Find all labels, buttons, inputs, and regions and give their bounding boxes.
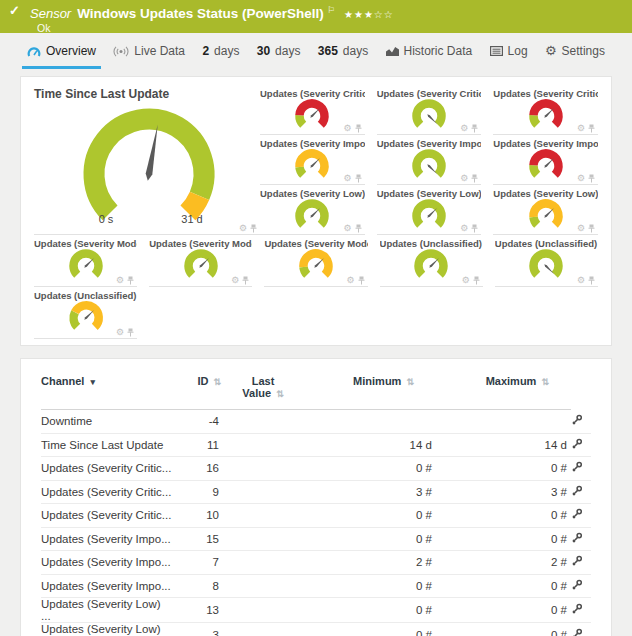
channel-settings-icon[interactable] bbox=[571, 532, 583, 544]
gear-icon[interactable]: ⚙ bbox=[231, 276, 239, 285]
pin-icon[interactable] bbox=[242, 275, 249, 285]
channel-last-value-cell bbox=[225, 457, 301, 481]
pin-icon[interactable] bbox=[358, 275, 365, 285]
channel-last-value-cell bbox=[225, 598, 301, 623]
column-header-last[interactable]: LastValue ⇅ bbox=[225, 369, 301, 410]
channel-settings-icon[interactable] bbox=[571, 485, 583, 497]
channel-gauge-cell[interactable]: Updates (Severity Moderate) I... ⚙ bbox=[149, 235, 252, 287]
channel-name-cell[interactable]: Updates (Severity Impo... bbox=[41, 527, 173, 551]
gauge-hover-tools: ⚙ bbox=[116, 275, 134, 285]
channel-gauge-cell[interactable]: Updates (Severity Moderate) ... ⚙ bbox=[34, 235, 137, 287]
priority-flag-icon[interactable]: ⚐ bbox=[327, 5, 335, 15]
channel-name-cell[interactable]: Updates (Severity Critic... bbox=[41, 504, 173, 528]
pin-icon[interactable] bbox=[355, 123, 362, 133]
channel-gauge-cell[interactable]: Updates (Unclassified) Missing ⚙ bbox=[34, 287, 137, 339]
channel-settings-icon[interactable] bbox=[571, 438, 583, 450]
tab-live-data[interactable]: Live Data bbox=[108, 36, 190, 69]
channel-row: Updates (Severity Low) ... 13 0 # 0 # bbox=[41, 598, 591, 623]
channel-minimum-cell: 0 # bbox=[301, 527, 436, 551]
gear-icon[interactable]: ⚙ bbox=[116, 328, 124, 337]
gear-icon[interactable]: ⚙ bbox=[577, 174, 585, 183]
channel-row: Updates (Severity Impo... 8 0 # 0 # bbox=[41, 574, 591, 598]
tab-settings[interactable]: ⚙ Settings bbox=[540, 36, 610, 69]
pin-icon[interactable] bbox=[473, 275, 480, 285]
channel-maximum-cell: 14 d bbox=[436, 433, 571, 457]
channel-gauge-cell[interactable]: Updates (Unclassified) Install... ⚙ bbox=[495, 235, 598, 287]
channel-name-cell[interactable]: Updates (Severity Low) ... bbox=[41, 623, 173, 636]
channel-settings-icon[interactable] bbox=[571, 628, 583, 636]
channel-gauge-cell[interactable]: Updates (Severity Low) Install... ⚙ bbox=[377, 185, 482, 235]
channel-gauge-cell[interactable]: Updates (Severity Important) ... ⚙ bbox=[377, 135, 482, 185]
tab-365-days[interactable]: 365 days bbox=[313, 36, 373, 69]
channel-tools-cell bbox=[571, 551, 591, 575]
gear-icon[interactable]: ⚙ bbox=[460, 174, 468, 183]
channel-gauge-cell[interactable]: Updates (Severity Moderate) ... ⚙ bbox=[264, 235, 367, 287]
channel-settings-icon[interactable] bbox=[571, 414, 583, 426]
tab-icon bbox=[386, 46, 399, 56]
channel-gauge-cell[interactable]: Updates (Unclassified) Hidden ⚙ bbox=[380, 235, 483, 287]
channel-name-cell[interactable]: Updates (Severity Impo... bbox=[41, 574, 173, 598]
tab-overview[interactable]: Overview bbox=[22, 36, 101, 69]
channel-settings-icon[interactable] bbox=[571, 461, 583, 473]
channel-settings-icon[interactable] bbox=[571, 555, 583, 567]
pin-icon[interactable] bbox=[471, 123, 478, 133]
pin-icon[interactable] bbox=[471, 223, 478, 233]
channel-gauge-cell[interactable]: Updates (Severity Low) Missi... ⚙ bbox=[493, 185, 598, 235]
gear-icon[interactable]: ⚙ bbox=[344, 124, 352, 133]
pin-icon[interactable] bbox=[588, 123, 595, 133]
tab-historic-data[interactable]: Historic Data bbox=[381, 36, 478, 69]
channel-id-cell: -4 bbox=[173, 410, 225, 434]
channel-tools-cell bbox=[571, 410, 591, 434]
pin-icon[interactable] bbox=[127, 327, 134, 337]
channel-name-cell[interactable]: Updates (Severity Critic... bbox=[41, 480, 173, 504]
channel-gauge-cell[interactable]: Updates (Severity Important) ... ⚙ bbox=[260, 135, 365, 185]
pin-icon[interactable] bbox=[127, 275, 134, 285]
channel-name-cell[interactable]: Updates (Severity Impo... bbox=[41, 551, 173, 575]
gear-icon[interactable]: ⚙ bbox=[462, 276, 470, 285]
main-gauge-cell[interactable]: Time Since Last Update 0 s 31 d ⚙ bbox=[34, 85, 260, 235]
tab-2-days[interactable]: 2 days bbox=[197, 36, 244, 69]
pin-icon[interactable] bbox=[588, 275, 595, 285]
gauge-dial bbox=[54, 99, 244, 231]
gear-icon[interactable]: ⚙ bbox=[344, 174, 352, 183]
gear-icon[interactable]: ⚙ bbox=[577, 224, 585, 233]
gear-icon[interactable]: ⚙ bbox=[239, 224, 247, 233]
column-header-min[interactable]: Minimum ⇅ bbox=[301, 369, 436, 410]
pin-icon[interactable] bbox=[588, 223, 595, 233]
channel-gauge-cell[interactable]: Updates (Severity Low) Hidden ⚙ bbox=[260, 185, 365, 235]
column-header-id[interactable]: ID ⇅ bbox=[173, 369, 225, 410]
priority-stars[interactable]: ★★★☆☆ bbox=[344, 9, 394, 20]
gear-icon[interactable]: ⚙ bbox=[577, 276, 585, 285]
channel-last-value-cell bbox=[225, 480, 301, 504]
gauge-hover-tools: ⚙ bbox=[231, 275, 249, 285]
column-header-max[interactable]: Maximum ⇅ bbox=[436, 369, 571, 410]
gear-icon[interactable]: ⚙ bbox=[344, 224, 352, 233]
column-header-channel[interactable]: Channel ▾ bbox=[41, 369, 173, 410]
pin-icon[interactable] bbox=[355, 173, 362, 183]
channel-gauge-cell[interactable]: Updates (Severity Critical) Mi... ⚙ bbox=[493, 85, 598, 135]
tab-30-days[interactable]: 30 days bbox=[252, 36, 306, 69]
gear-icon[interactable]: ⚙ bbox=[577, 124, 585, 133]
gear-icon[interactable]: ⚙ bbox=[460, 124, 468, 133]
channel-gauge-cell[interactable]: Updates (Severity Critical) Ins... ⚙ bbox=[377, 85, 482, 135]
pin-icon[interactable] bbox=[355, 223, 362, 233]
gear-icon[interactable]: ⚙ bbox=[116, 276, 124, 285]
gear-icon[interactable]: ⚙ bbox=[460, 224, 468, 233]
channel-name-cell[interactable]: Downtime bbox=[41, 410, 173, 434]
channel-settings-icon[interactable] bbox=[571, 508, 583, 520]
channel-name-cell[interactable]: Time Since Last Update bbox=[41, 433, 173, 457]
tab-log[interactable]: Log bbox=[485, 36, 533, 69]
channel-gauge-cell[interactable]: Updates (Severity Important) ... ⚙ bbox=[493, 135, 598, 185]
channel-row: Updates (Severity Critic... 10 0 # 0 # bbox=[41, 504, 591, 528]
pin-icon[interactable] bbox=[588, 173, 595, 183]
channel-settings-icon[interactable] bbox=[571, 603, 583, 615]
channel-settings-icon[interactable] bbox=[571, 579, 583, 591]
channel-gauge-cell[interactable]: Updates (Severity Critical) Hi... ⚙ bbox=[260, 85, 365, 135]
channel-id-cell: 8 bbox=[173, 574, 225, 598]
channel-name-cell[interactable]: Updates (Severity Low) ... bbox=[41, 598, 173, 623]
pin-icon[interactable] bbox=[250, 223, 257, 233]
gear-icon[interactable]: ⚙ bbox=[347, 276, 355, 285]
channel-name-cell[interactable]: Updates (Severity Critic... bbox=[41, 457, 173, 481]
pin-icon[interactable] bbox=[471, 173, 478, 183]
tab-label-bold: 365 bbox=[318, 44, 338, 58]
